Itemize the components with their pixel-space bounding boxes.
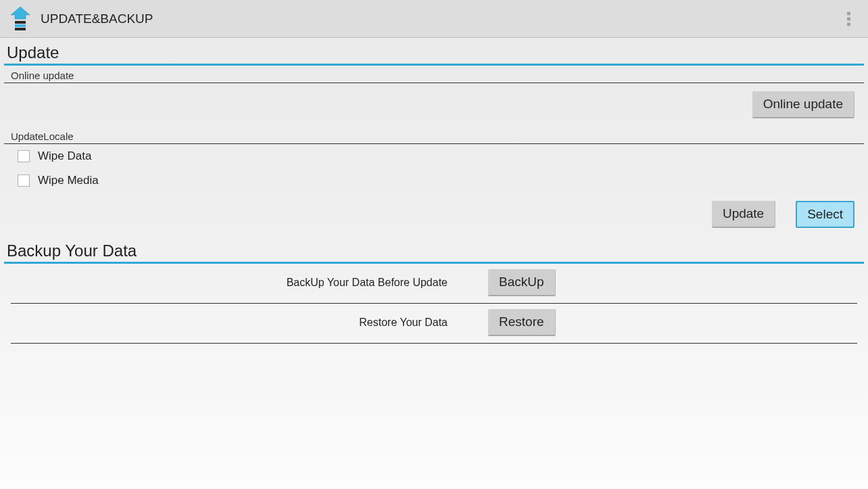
- backup-text: BackUp Your Data Before Update: [245, 277, 448, 289]
- online-update-subtitle: Online update: [4, 67, 864, 83]
- update-button[interactable]: Update: [712, 201, 775, 228]
- wipe-media-row: Wipe Media: [4, 168, 864, 193]
- wipe-media-checkbox[interactable]: [18, 174, 30, 187]
- backup-section-title: Backup Your Data: [4, 236, 864, 264]
- update-locale-subtitle: UpdateLocale: [4, 128, 864, 144]
- svg-rect-2: [15, 24, 26, 27]
- update-section-title: Update: [4, 38, 864, 66]
- online-update-button[interactable]: Online update: [752, 91, 854, 118]
- app-title: UPDATE&BACKUP: [41, 11, 153, 26]
- restore-text: Restore Your Data: [245, 317, 448, 329]
- wipe-data-label: Wipe Data: [38, 149, 91, 163]
- app-icon: [7, 5, 34, 32]
- svg-marker-0: [11, 7, 30, 19]
- update-buttons-row: Update Select: [4, 193, 864, 236]
- svg-rect-1: [15, 21, 26, 24]
- restore-row: Restore Your Data Restore: [11, 309, 857, 344]
- action-bar: UPDATE&BACKUP: [0, 0, 868, 38]
- svg-rect-3: [15, 28, 26, 30]
- backup-row: BackUp Your Data Before Update BackUp: [11, 269, 857, 304]
- restore-button[interactable]: Restore: [488, 309, 556, 336]
- wipe-data-row: Wipe Data: [4, 144, 864, 168]
- content-area: Update Online update Online update Updat…: [0, 38, 868, 344]
- select-button[interactable]: Select: [796, 201, 854, 228]
- backup-button[interactable]: BackUp: [488, 269, 556, 296]
- online-update-row: Online update: [4, 83, 864, 126]
- overflow-menu-icon[interactable]: [843, 3, 854, 34]
- wipe-media-label: Wipe Media: [38, 174, 99, 187]
- wipe-data-checkbox[interactable]: [18, 150, 30, 162]
